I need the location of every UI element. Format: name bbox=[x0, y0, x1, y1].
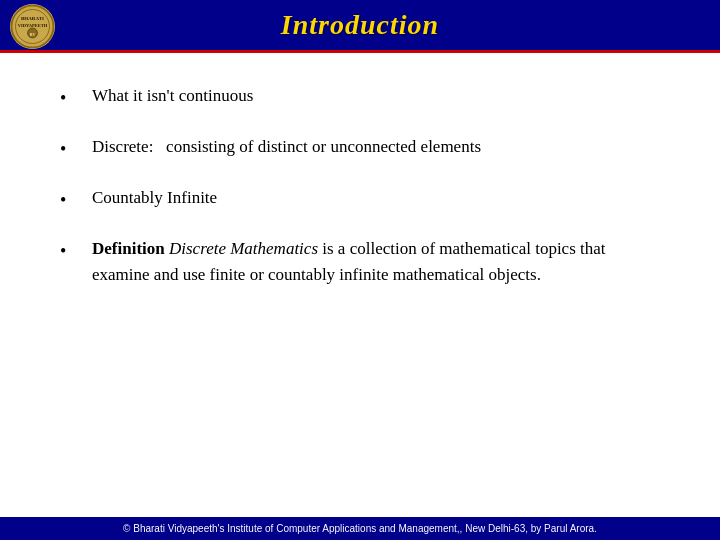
svg-text:BHARATI: BHARATI bbox=[21, 16, 44, 21]
logo-container: BHARATI VIDYAPEETH BV bbox=[10, 4, 55, 49]
bullet-symbol: • bbox=[60, 136, 80, 163]
bullet-text-2: Discrete: consisting of distinct or unco… bbox=[92, 134, 660, 160]
bullet-text-3: Countably Infinite bbox=[92, 185, 660, 211]
bullet-list: • What it isn't continuous • Discrete: c… bbox=[60, 83, 660, 287]
italic-title: Discrete Mathematics bbox=[169, 239, 318, 258]
header-bar: BHARATI VIDYAPEETH BV Introduction bbox=[0, 0, 720, 53]
list-item: • Definition Discrete Mathematics is a c… bbox=[60, 236, 660, 287]
svg-text:VIDYAPEETH: VIDYAPEETH bbox=[18, 23, 48, 28]
page-title: Introduction bbox=[281, 9, 439, 41]
main-content: • What it isn't continuous • Discrete: c… bbox=[0, 53, 720, 329]
logo-image: BHARATI VIDYAPEETH BV bbox=[10, 4, 55, 49]
list-item: • What it isn't continuous bbox=[60, 83, 660, 112]
bullet-text-4: Definition Discrete Mathematics is a col… bbox=[92, 236, 660, 287]
list-item: • Discrete: consisting of distinct or un… bbox=[60, 134, 660, 163]
bullet-symbol: • bbox=[60, 187, 80, 214]
footer: © Bharati Vidyapeeth's Institute of Comp… bbox=[0, 517, 720, 540]
svg-text:BV: BV bbox=[30, 32, 36, 37]
bullet-symbol: • bbox=[60, 85, 80, 112]
bullet-text-1: What it isn't continuous bbox=[92, 83, 660, 109]
footer-text: © Bharati Vidyapeeth's Institute of Comp… bbox=[123, 523, 597, 534]
bullet-symbol: • bbox=[60, 238, 80, 265]
list-item: • Countably Infinite bbox=[60, 185, 660, 214]
bold-definition: Definition bbox=[92, 239, 165, 258]
